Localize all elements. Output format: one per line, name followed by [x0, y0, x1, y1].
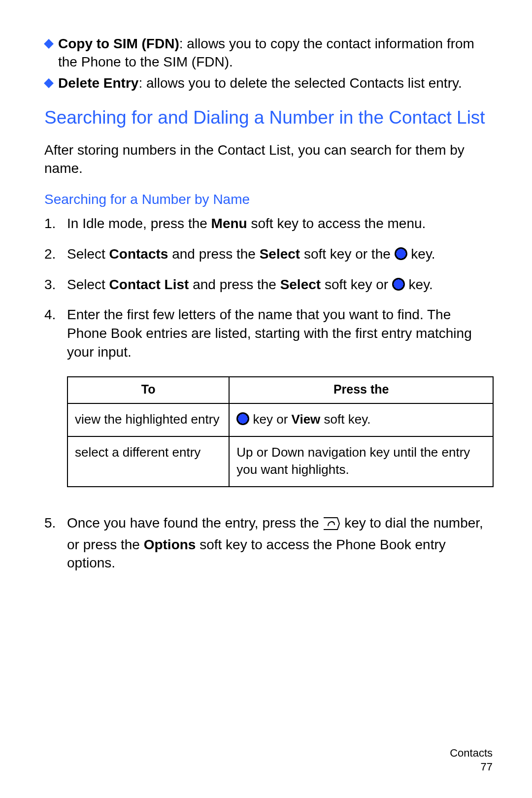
- table-header-row: To Press the: [67, 377, 493, 403]
- step-text: soft key to access the menu.: [247, 216, 426, 231]
- table-container: To Press the view the highlighted entry …: [67, 373, 494, 502]
- bullet-list: Copy to SIM (FDN): allows you to copy th…: [44, 34, 494, 93]
- table-cell-to: view the highlighted entry: [67, 403, 229, 436]
- step-text: soft key or: [321, 277, 392, 292]
- table-row: select a different entry Up or Down navi…: [67, 436, 493, 487]
- table-cell-press: Up or Down navigation key until the entr…: [229, 436, 493, 487]
- step-body: Enter the first few letters of the name …: [67, 305, 494, 361]
- step-number: 1.: [44, 214, 67, 233]
- ok-key-icon: [392, 278, 405, 291]
- step-number: 4.: [44, 305, 67, 361]
- bullet-desc: : allows you to delete the selected Cont…: [138, 75, 462, 91]
- step: 1. In Idle mode, press the Menu soft key…: [44, 214, 494, 233]
- step-body: Once you have found the entry, press the…: [67, 514, 494, 572]
- step-number: 3.: [44, 275, 67, 294]
- diamond-icon: [44, 79, 53, 88]
- step-text: key.: [405, 277, 433, 292]
- diamond-icon: [44, 39, 53, 48]
- bullet-term: Copy to SIM (FDN): [58, 36, 179, 51]
- section-heading: Searching for and Dialing a Number in th…: [44, 106, 494, 129]
- send-key-icon: [323, 516, 340, 535]
- footer-page-number: 77: [450, 760, 493, 774]
- ok-key-icon: [236, 412, 249, 425]
- softkey-name: View: [292, 412, 321, 427]
- menu-name: Contact List: [109, 277, 189, 292]
- step-text: key.: [407, 246, 435, 262]
- bullet-item: Copy to SIM (FDN): allows you to copy th…: [44, 34, 494, 71]
- bullet-text: Delete Entry: allows you to delete the s…: [58, 74, 462, 92]
- table-header-press: Press the: [229, 377, 493, 403]
- cell-text: soft key.: [320, 412, 370, 427]
- softkey-name: Menu: [211, 216, 247, 231]
- step: 5. Once you have found the entry, press …: [44, 514, 494, 572]
- step-number: 5.: [44, 514, 67, 572]
- step: 3. Select Contact List and press the Sel…: [44, 275, 494, 294]
- step-number: 2.: [44, 245, 67, 264]
- ok-key-icon: [395, 247, 407, 260]
- actions-table: To Press the view the highlighted entry …: [67, 376, 494, 487]
- softkey-name: Select: [260, 246, 300, 262]
- cell-text: key or: [249, 412, 291, 427]
- step-text: and press the: [189, 277, 280, 292]
- step-body: Select Contact List and press the Select…: [67, 275, 494, 294]
- step-text: Select: [67, 277, 109, 292]
- steps-list: 1. In Idle mode, press the Menu soft key…: [44, 214, 494, 572]
- table-row: view the highlighted entry key or View s…: [67, 403, 493, 436]
- softkey-name: Select: [280, 277, 321, 292]
- subsection-heading: Searching for a Number by Name: [44, 192, 494, 207]
- step-text: Select: [67, 246, 109, 262]
- step-text: and press the: [168, 246, 259, 262]
- step: 2. Select Contacts and press the Select …: [44, 245, 494, 264]
- manual-page: Copy to SIM (FDN): allows you to copy th…: [0, 0, 532, 798]
- step-text: soft key or the: [300, 246, 394, 262]
- footer-section: Contacts: [450, 746, 493, 761]
- bullet-term: Delete Entry: [58, 75, 138, 91]
- bullet-item: Delete Entry: allows you to delete the s…: [44, 74, 494, 92]
- step-body: In Idle mode, press the Menu soft key to…: [67, 214, 494, 233]
- step-body: Select Contacts and press the Select sof…: [67, 245, 494, 264]
- page-footer: Contacts 77: [450, 746, 493, 774]
- bullet-text: Copy to SIM (FDN): allows you to copy th…: [58, 34, 494, 71]
- table-cell-press: key or View soft key.: [229, 403, 493, 436]
- step-text: Once you have found the entry, press the: [67, 515, 323, 531]
- softkey-name: Options: [144, 537, 196, 552]
- table-header-to: To: [67, 377, 229, 403]
- step: 4. Enter the first few letters of the na…: [44, 305, 494, 361]
- step-number: [44, 373, 67, 502]
- menu-name: Contacts: [109, 246, 168, 262]
- table-cell-to: select a different entry: [67, 436, 229, 487]
- intro-paragraph: After storing numbers in the Contact Lis…: [44, 141, 494, 178]
- step-text: In Idle mode, press the: [67, 216, 211, 231]
- table-wrapper: To Press the view the highlighted entry …: [44, 373, 494, 502]
